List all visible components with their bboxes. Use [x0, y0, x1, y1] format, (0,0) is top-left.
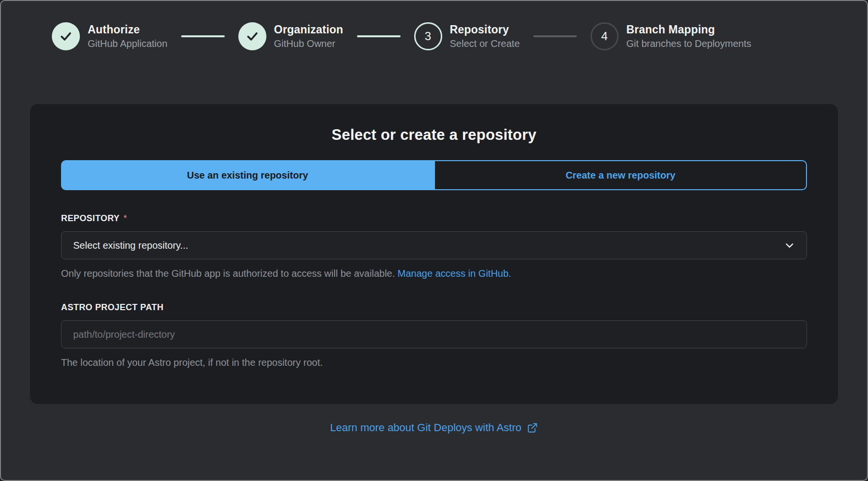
- project-path-field-label: ASTRO PROJECT PATH: [61, 302, 807, 313]
- repository-helper-text: Only repositories that the GitHub app is…: [61, 268, 807, 279]
- step-branch-mapping-indicator: 4: [590, 22, 619, 50]
- repository-mode-tabs: Use an existing repository Create a new …: [61, 160, 807, 190]
- step-organization: 2 Organization GitHub Owner: [238, 22, 343, 50]
- step-connector: [357, 35, 401, 37]
- step-title: Authorize: [88, 23, 168, 36]
- wizard-stepper: 1 Authorize GitHub Application 2 Organiz…: [1, 1, 867, 50]
- check-icon: [59, 29, 73, 44]
- external-link-icon[interactable]: [527, 422, 538, 433]
- step-subtitle: Select or Create: [450, 38, 520, 49]
- step-title: Organization: [274, 23, 343, 36]
- repository-field-label: REPOSITORY *: [61, 213, 807, 224]
- step-authorize: 1 Authorize GitHub Application: [52, 22, 168, 50]
- step-title: Branch Mapping: [626, 23, 751, 36]
- step-connector: [181, 35, 225, 37]
- tab-create-new-repository[interactable]: Create a new repository: [434, 160, 807, 190]
- step-subtitle: GitHub Owner: [274, 38, 343, 49]
- step-branch-mapping: 4 Branch Mapping Git branches to Deploym…: [590, 22, 751, 50]
- step-connector: [533, 35, 577, 37]
- required-asterisk: *: [124, 213, 127, 224]
- step-authorize-indicator: 1: [52, 22, 80, 50]
- project-path-helper-text: The location of your Astro project, if n…: [61, 357, 807, 368]
- step-organization-indicator: 2: [238, 22, 266, 50]
- app-window: 1 Authorize GitHub Application 2 Organiz…: [0, 0, 868, 481]
- repository-select[interactable]: Select existing repository...: [61, 231, 807, 259]
- step-subtitle: Git branches to Deployments: [626, 38, 751, 49]
- repository-select-value: Select existing repository...: [73, 240, 188, 251]
- check-icon: [245, 29, 260, 44]
- learn-more-link[interactable]: Learn more about Git Deploys with Astro: [330, 421, 522, 434]
- page-title: Select or create a repository: [61, 126, 807, 144]
- step-repository: 3 Repository Select or Create: [414, 22, 520, 50]
- manage-access-link[interactable]: Manage access in GitHub.: [398, 268, 512, 279]
- step-subtitle: GitHub Application: [88, 38, 168, 49]
- repository-card: Select or create a repository Use an exi…: [30, 104, 838, 404]
- footer: Learn more about Git Deploys with Astro: [1, 421, 867, 434]
- chevron-down-icon: [784, 240, 795, 251]
- project-path-input[interactable]: [61, 320, 807, 348]
- tab-use-existing-repository[interactable]: Use an existing repository: [61, 160, 434, 190]
- step-title: Repository: [450, 23, 520, 36]
- step-repository-indicator: 3: [414, 22, 442, 50]
